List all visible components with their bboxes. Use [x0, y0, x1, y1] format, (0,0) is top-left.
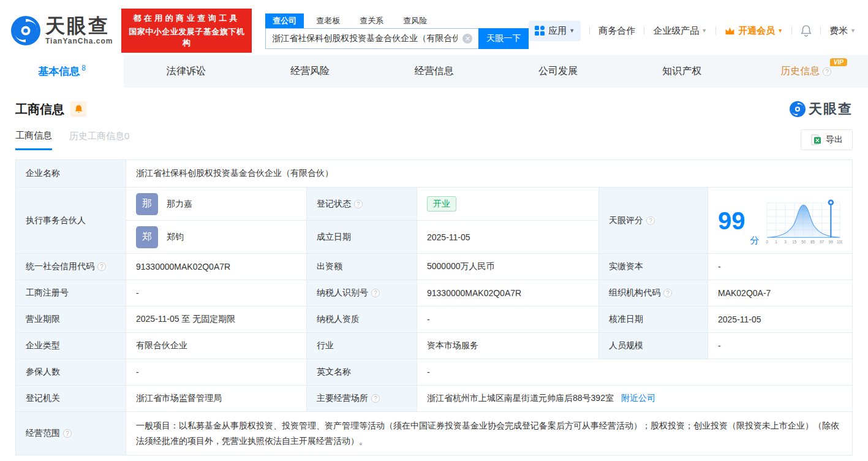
partner-cell: 那 那力嘉 — [126, 188, 307, 221]
section-header: 工商信息 天眼查 — [15, 100, 853, 118]
field-label: 核准日期 — [599, 307, 708, 333]
field-label: 参保人数 — [16, 359, 126, 386]
search-row: ✕ 天眼一下 — [265, 28, 529, 49]
bell-icon — [74, 104, 83, 114]
field-label: 执行事务合伙人 — [16, 188, 126, 254]
field-label: 成立日期 — [307, 221, 417, 254]
logo-domain: TianYanCha.com — [45, 37, 113, 45]
subtab-row: 工商信息 历史工商信息0 导出 — [15, 129, 853, 150]
export-button[interactable]: 导出 — [801, 129, 853, 150]
svg-text:50: 50 — [801, 239, 806, 243]
contribution-value: 5000000万人民币 — [417, 254, 599, 280]
table-row: 统一社会信用代码? 91330000MAK02Q0A7R 出资额 5000000… — [16, 254, 853, 280]
org-code-value: MAK02Q0A-7 — [708, 280, 853, 307]
header: 天眼查 TianYanCha.com 都在用的商业查询工具 国家中小企业发展子基… — [0, 0, 868, 55]
nav-username[interactable]: 费米 ▼ — [829, 25, 856, 37]
tyc-score-cell: 99 分 — [708, 188, 853, 254]
help-icon[interactable]: ? — [371, 394, 380, 403]
avatar: 郑 — [136, 226, 158, 248]
search-tab-boss[interactable]: 查老板 — [309, 13, 347, 28]
search-type-tabs: 查公司 查老板 查关系 查风险 — [265, 12, 529, 28]
promo-banner-line1: 都在用的商业查询工具 — [127, 13, 246, 24]
business-scope-value: 一般项目：以私募基金从事股权投资、投资管理、资产管理等活动（须在中国证券投资基金… — [126, 412, 853, 455]
tab-history-info[interactable]: VIP 历史信息 ? — [744, 55, 868, 88]
field-label: 营业期限 — [16, 307, 126, 333]
subtab-history-business-info[interactable]: 历史工商信息0 — [69, 131, 129, 149]
approval-date-value: 2025-11-05 — [708, 307, 853, 333]
chevron-down-icon: ▼ — [701, 28, 707, 34]
table-row: 企业类型 有限合伙企业 行业 资本市场服务 人员规模 - — [16, 333, 853, 359]
help-icon[interactable]: ? — [823, 67, 831, 76]
field-label: 工商注册号 — [16, 280, 126, 307]
svg-text:1: 1 — [775, 239, 777, 243]
subtab-business-info[interactable]: 工商信息 — [15, 130, 52, 150]
tab-legal-litigation[interactable]: 法律诉讼 — [124, 55, 247, 88]
nav-enterprise-label: 企业级产品 — [653, 25, 699, 37]
help-icon[interactable]: ? — [663, 289, 672, 297]
registration-status-value: 开业 — [417, 188, 599, 221]
english-name-value: - — [417, 359, 853, 386]
watermark-text: 天眼查 — [809, 100, 853, 118]
field-label: 行业 — [307, 333, 417, 359]
nav-apps[interactable]: 应用 ▼ — [529, 21, 581, 41]
business-term-value: 2025-11-05 至 无固定期限 — [126, 307, 307, 333]
chevron-down-icon: ▼ — [777, 28, 783, 34]
svg-text:15: 15 — [792, 239, 797, 243]
partner-link[interactable]: 郑 郑钧 — [136, 226, 296, 248]
taxpayer-id-value: 91330000MAK02Q0A7R — [417, 280, 599, 307]
help-icon[interactable]: ? — [63, 429, 72, 438]
field-label: 组织机构代码? — [599, 280, 708, 307]
taxpayer-quality-value: - — [417, 307, 599, 333]
nav-cooperation[interactable]: 商务合作 — [598, 25, 635, 37]
tab-operation-risk[interactable]: 经营风险 — [248, 55, 372, 88]
paid-capital-value: - — [708, 254, 853, 280]
field-label: 出资额 — [307, 254, 417, 280]
help-icon[interactable]: ? — [371, 289, 380, 297]
svg-text:99: 99 — [828, 239, 833, 243]
search-block: 查公司 查老板 查关系 查风险 ✕ 天眼一下 — [265, 12, 529, 49]
nav-enterprise-products[interactable]: 企业级产品 ▼ — [653, 25, 707, 37]
help-icon[interactable]: ? — [97, 262, 106, 271]
search-tab-relation[interactable]: 查关系 — [352, 13, 391, 28]
tab-operation-info[interactable]: 经营信息 — [372, 55, 496, 88]
search-tab-risk[interactable]: 查风险 — [396, 13, 434, 28]
divider — [589, 26, 590, 35]
divider — [791, 26, 792, 35]
nearby-companies-link[interactable]: 附近公司 — [621, 393, 655, 403]
field-label: 实缴资本 — [599, 254, 708, 280]
tab-basic-info[interactable]: 基本信息 8 — [0, 55, 124, 88]
field-label: 主要经营场所? — [307, 386, 417, 412]
search-button[interactable]: 天眼一下 — [478, 28, 529, 49]
avatar: 那 — [136, 193, 158, 215]
nav-open-vip[interactable]: 开通会员 ▼ — [725, 25, 783, 37]
table-row: 登记机关 浙江省市场监督管理局 主要经营场所? 浙江省杭州市上城区南星街道元帅庙… — [16, 386, 853, 412]
tab-intellectual-property[interactable]: 知识产权 — [620, 55, 744, 88]
establish-date-value: 2025-11-05 — [417, 221, 599, 254]
svg-text:97: 97 — [819, 239, 824, 243]
section-title: 工商信息 — [15, 101, 64, 118]
table-row: 企业名称 浙江省社保科创股权投资基金合伙企业（有限合伙） — [16, 160, 853, 188]
nav-username-label: 费米 — [829, 25, 848, 37]
main-content: 工商信息 天眼查 工商信息 历史工商信息0 — [0, 100, 868, 455]
field-label: 统一社会信用代码? — [16, 254, 126, 280]
search-input[interactable] — [265, 28, 478, 49]
search-tab-company[interactable]: 查公司 — [265, 13, 304, 28]
field-label: 天眼评分? — [599, 188, 708, 254]
tianyancha-watermark: 天眼查 — [790, 100, 853, 118]
insured-count-value: - — [126, 359, 307, 386]
partner-link[interactable]: 那 那力嘉 — [136, 193, 296, 215]
business-address-value: 浙江省杭州市上城区南星街道元帅庙后88号392室 — [427, 393, 614, 403]
divider — [820, 26, 821, 35]
chevron-down-icon: ▼ — [850, 28, 856, 34]
tianyancha-logo[interactable]: 天眼查 TianYanCha.com — [11, 16, 113, 45]
svg-text:100: 100 — [836, 239, 842, 243]
help-icon[interactable]: ? — [354, 200, 363, 208]
tab-basic-info-count: 8 — [81, 64, 86, 72]
tab-company-development[interactable]: 公司发展 — [496, 55, 620, 88]
company-name-value: 浙江省社保科创股权投资基金合伙企业（有限合伙） — [126, 160, 853, 188]
subscribe-bell-button[interactable] — [70, 101, 86, 117]
help-icon[interactable]: ? — [646, 216, 655, 225]
notification-bell-icon[interactable] — [801, 25, 812, 37]
status-badge: 开业 — [427, 196, 456, 211]
company-section-tabs: 基本信息 8 法律诉讼 经营风险 经营信息 公司发展 知识产权 VIP 历史信息… — [0, 55, 868, 88]
